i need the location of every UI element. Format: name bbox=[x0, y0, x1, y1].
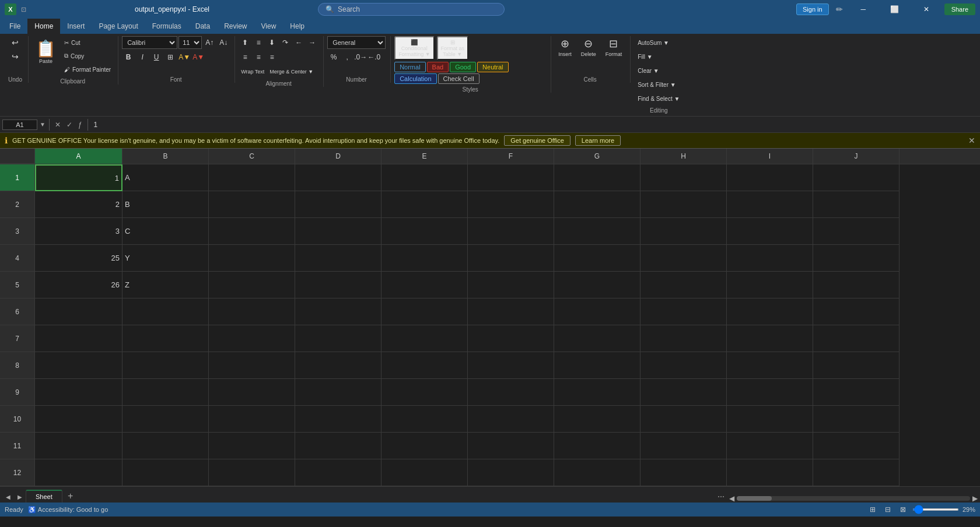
align-center-button[interactable]: ≡ bbox=[252, 51, 265, 64]
share-button[interactable]: Share bbox=[944, 3, 975, 15]
align-bottom-button[interactable]: ⬇ bbox=[265, 36, 278, 49]
cell-H9[interactable] bbox=[640, 379, 727, 406]
cell-G3[interactable] bbox=[554, 218, 640, 245]
style-good[interactable]: Good bbox=[450, 62, 476, 72]
cell-G9[interactable] bbox=[554, 379, 640, 406]
find-select-button[interactable]: Find & Select ▼ bbox=[634, 92, 683, 105]
sheet-tab-sheet[interactable]: Sheet bbox=[26, 490, 62, 503]
paste-button[interactable]: 📋 Paste bbox=[32, 36, 60, 69]
wrap-text-button[interactable]: Wrap Text bbox=[239, 65, 267, 78]
cell-D9[interactable] bbox=[295, 379, 382, 406]
normal-view-button[interactable]: ⊞ bbox=[867, 504, 878, 515]
cell-H2[interactable] bbox=[640, 191, 727, 218]
cell-F8[interactable] bbox=[468, 352, 554, 379]
tab-formulas[interactable]: Formulas bbox=[145, 19, 188, 34]
cell-H6[interactable] bbox=[640, 298, 727, 325]
font-size-select[interactable]: 11 bbox=[178, 36, 202, 49]
font-color-button[interactable]: A▼ bbox=[192, 51, 205, 64]
cell-C10[interactable] bbox=[209, 406, 295, 433]
cell-J8[interactable] bbox=[813, 352, 900, 379]
cell-D2[interactable] bbox=[295, 191, 382, 218]
cell-I9[interactable] bbox=[727, 379, 813, 406]
cell-C6[interactable] bbox=[209, 298, 295, 325]
cell-D12[interactable] bbox=[295, 459, 382, 486]
tab-home[interactable]: Home bbox=[27, 19, 60, 34]
tab-data[interactable]: Data bbox=[188, 19, 217, 34]
conditional-formatting-button[interactable]: ⬛ ConditionalFormatting ▼ bbox=[394, 36, 434, 60]
increase-decimal-button[interactable]: .0→ bbox=[354, 51, 367, 64]
copy-button[interactable]: ⧉ Copy bbox=[62, 50, 113, 62]
zoom-slider[interactable] bbox=[912, 508, 959, 511]
col-header-d[interactable]: D bbox=[295, 149, 382, 164]
cell-B11[interactable] bbox=[123, 433, 209, 459]
row-header-1[interactable]: 1 bbox=[0, 164, 35, 191]
col-header-a[interactable]: A bbox=[35, 149, 123, 164]
genuine-office-button[interactable]: Get genuine Office bbox=[504, 135, 570, 146]
confirm-formula-icon[interactable]: ✓ bbox=[65, 121, 74, 129]
col-header-e[interactable]: E bbox=[382, 149, 468, 164]
cell-A4[interactable]: 25 bbox=[35, 245, 123, 272]
page-layout-view-button[interactable]: ⊟ bbox=[882, 504, 894, 515]
cell-H12[interactable] bbox=[640, 459, 727, 486]
cell-I7[interactable] bbox=[727, 325, 813, 352]
cell-A6[interactable] bbox=[35, 298, 123, 325]
cell-B12[interactable] bbox=[123, 459, 209, 486]
cell-G1[interactable] bbox=[554, 164, 640, 191]
close-icon[interactable]: ✕ bbox=[913, 0, 940, 19]
cell-C8[interactable] bbox=[209, 352, 295, 379]
col-header-b[interactable]: B bbox=[123, 149, 209, 164]
cell-A3[interactable]: 3 bbox=[35, 218, 123, 245]
font-name-select[interactable]: Calibri bbox=[122, 36, 177, 49]
indent-increase-button[interactable]: → bbox=[306, 36, 318, 49]
row-header-9[interactable]: 9 bbox=[0, 379, 35, 406]
align-right-button[interactable]: ≡ bbox=[265, 51, 278, 64]
comma-button[interactable]: , bbox=[341, 51, 354, 64]
cell-A8[interactable] bbox=[35, 352, 123, 379]
cell-G7[interactable] bbox=[554, 325, 640, 352]
cell-H4[interactable] bbox=[640, 245, 727, 272]
col-header-h[interactable]: H bbox=[640, 149, 727, 164]
cell-D11[interactable] bbox=[295, 433, 382, 459]
cell-F1[interactable] bbox=[468, 164, 554, 191]
tab-page-layout[interactable]: Page Layout bbox=[92, 19, 145, 34]
scroll-right-button[interactable]: ▶ bbox=[972, 494, 978, 503]
cell-H7[interactable] bbox=[640, 325, 727, 352]
cell-J3[interactable] bbox=[813, 218, 900, 245]
sort-filter-button[interactable]: Sort & Filter ▼ bbox=[634, 78, 679, 91]
cell-F9[interactable] bbox=[468, 379, 554, 406]
cell-E10[interactable] bbox=[382, 406, 468, 433]
cell-B1[interactable]: A bbox=[123, 164, 209, 191]
sheet-nav-prev[interactable]: ◀ bbox=[2, 491, 14, 503]
style-normal[interactable]: Normal bbox=[394, 62, 425, 72]
cell-A9[interactable] bbox=[35, 379, 123, 406]
cell-F6[interactable] bbox=[468, 298, 554, 325]
col-header-g[interactable]: G bbox=[554, 149, 640, 164]
tab-file[interactable]: File bbox=[2, 19, 27, 34]
cancel-formula-icon[interactable]: ✕ bbox=[53, 121, 62, 129]
cell-B6[interactable] bbox=[123, 298, 209, 325]
col-header-i[interactable]: I bbox=[727, 149, 813, 164]
cell-D4[interactable] bbox=[295, 245, 382, 272]
cell-B5[interactable]: Z bbox=[123, 272, 209, 298]
format-as-table-button[interactable]: ⊞ Format asTable ▼ bbox=[437, 36, 469, 60]
dropdown-arrow-icon[interactable]: ▼ bbox=[40, 121, 46, 128]
cell-I8[interactable] bbox=[727, 352, 813, 379]
decrease-decimal-button[interactable]: ←.0 bbox=[368, 51, 380, 64]
cell-G6[interactable] bbox=[554, 298, 640, 325]
cell-J6[interactable] bbox=[813, 298, 900, 325]
cell-D10[interactable] bbox=[295, 406, 382, 433]
undo-button[interactable]: ↩ bbox=[7, 36, 23, 49]
cell-reference-input[interactable] bbox=[2, 120, 37, 130]
signin-button[interactable]: Sign in bbox=[796, 3, 829, 15]
cell-F3[interactable] bbox=[468, 218, 554, 245]
cell-I2[interactable] bbox=[727, 191, 813, 218]
style-calculation[interactable]: Calculation bbox=[394, 73, 436, 84]
cell-G12[interactable] bbox=[554, 459, 640, 486]
text-direction-button[interactable]: ↷ bbox=[279, 36, 292, 49]
cell-I1[interactable] bbox=[727, 164, 813, 191]
row-header-5[interactable]: 5 bbox=[0, 272, 35, 298]
cell-G5[interactable] bbox=[554, 272, 640, 298]
cell-G10[interactable] bbox=[554, 406, 640, 433]
delete-cell-button[interactable]: ⊖ Delete bbox=[578, 36, 600, 58]
cell-J7[interactable] bbox=[813, 325, 900, 352]
